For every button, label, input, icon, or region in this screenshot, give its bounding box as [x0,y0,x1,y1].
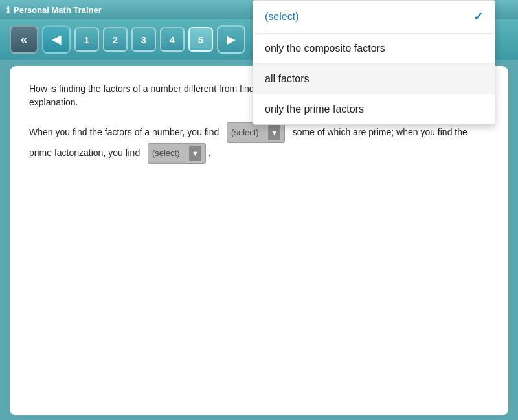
page-5-button[interactable]: 5 [188,27,213,52]
dropdown-option-composite[interactable]: only the composite factors [253,34,495,64]
select-box-2[interactable]: (select) ▼ [148,143,206,164]
select-arrow-2: ▼ [189,146,201,161]
page-3-button[interactable]: 3 [131,27,156,52]
dropdown-option-prime[interactable]: only the prime factors [253,94,495,124]
dropdown-option-all[interactable]: all factors [253,64,495,94]
back-button[interactable]: ◀ [42,25,71,54]
fill-in-text: When you find the factors of a number, y… [29,122,489,164]
skip-back-button[interactable]: « [10,25,38,54]
checkmark-icon: ✓ [473,10,483,24]
next-button[interactable]: ▶ [217,25,245,54]
app-icon: ℹ [6,5,10,15]
app-title: ℹ Personal Math Trainer [6,5,102,15]
page-1-button[interactable]: 1 [74,27,99,52]
dropdown-menu[interactable]: (select) ✓ only the composite factors al… [253,0,495,125]
inline-select-2[interactable]: (select) ▼ [148,143,206,164]
inline-select-1[interactable]: (select) ▼ [227,122,285,143]
select-arrow-1: ▼ [268,125,280,140]
page-2-button[interactable]: 2 [103,27,128,52]
page-4-button[interactable]: 4 [160,27,185,52]
dropdown-option-select[interactable]: (select) ✓ [253,1,495,34]
select-box-1[interactable]: (select) ▼ [227,122,285,143]
